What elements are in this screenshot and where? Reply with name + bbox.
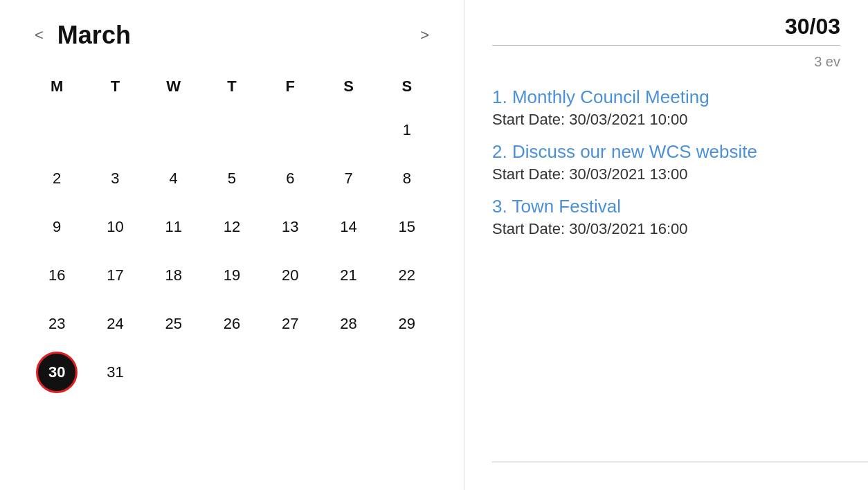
month-title: March	[57, 21, 131, 50]
top-divider	[492, 45, 840, 46]
day-cell[interactable]: 27	[271, 303, 309, 345]
day-cell[interactable]: 24	[96, 303, 134, 345]
day-cell[interactable]: 4	[154, 158, 192, 199]
day-header-label: T	[86, 71, 144, 102]
day-cell[interactable]: 22	[388, 255, 426, 296]
calendar-panel: < March > MTWTFSS 1234567891011121314151…	[0, 0, 464, 490]
events-list: 1. Monthly Council MeetingStart Date: 30…	[492, 87, 840, 238]
event-start-date: Start Date: 30/03/2021 13:00	[492, 165, 840, 183]
day-cell[interactable]: 31	[96, 352, 134, 393]
day-cell[interactable]: 7	[329, 158, 368, 199]
day-cell[interactable]: 20	[271, 255, 309, 296]
day-cell[interactable]: 26	[213, 303, 251, 345]
day-header-label: W	[145, 71, 203, 102]
day-cell[interactable]: 16	[38, 255, 76, 296]
day-cell[interactable]: 18	[154, 255, 192, 296]
day-header-label: S	[378, 71, 436, 102]
next-month-button[interactable]: >	[413, 24, 436, 47]
event-start-date: Start Date: 30/03/2021 16:00	[492, 220, 840, 238]
event-title[interactable]: 2. Discuss our new WCS website	[492, 141, 840, 163]
event-item: 2. Discuss our new WCS websiteStart Date…	[492, 141, 840, 183]
day-cell[interactable]: 23	[38, 303, 76, 345]
day-cell[interactable]: 28	[329, 303, 368, 345]
day-cell[interactable]: 14	[329, 206, 368, 248]
day-headers: MTWTFSS	[28, 71, 436, 102]
events-panel: 30/03 3 ev 1. Monthly Council MeetingSta…	[464, 0, 868, 490]
day-header-label: S	[319, 71, 377, 102]
day-cell[interactable]: 29	[388, 303, 426, 345]
day-cell	[271, 109, 309, 151]
event-item: 1. Monthly Council MeetingStart Date: 30…	[492, 87, 840, 129]
day-cell[interactable]: 3	[96, 158, 134, 199]
calendar-grid: MTWTFSS 12345678910111213141516171819202…	[28, 71, 436, 393]
day-cell	[154, 109, 192, 151]
day-cell	[96, 109, 134, 151]
day-cell[interactable]: 30	[36, 352, 78, 393]
events-count: 3 ev	[492, 54, 840, 70]
day-cell[interactable]: 19	[213, 255, 251, 296]
day-cell[interactable]: 11	[154, 206, 192, 248]
day-cell[interactable]: 17	[96, 255, 134, 296]
day-cell	[329, 109, 368, 151]
selected-date: 30/03	[492, 14, 840, 39]
day-cell[interactable]: 2	[38, 158, 76, 199]
day-cell[interactable]: 25	[154, 303, 192, 345]
day-cell[interactable]: 1	[388, 109, 426, 151]
day-cell[interactable]: 5	[213, 158, 251, 199]
event-start-date: Start Date: 30/03/2021 10:00	[492, 111, 840, 129]
event-item: 3. Town FestivalStart Date: 30/03/2021 1…	[492, 196, 840, 238]
event-title[interactable]: 1. Monthly Council Meeting	[492, 87, 840, 108]
bottom-divider	[492, 462, 868, 462]
day-cell	[213, 109, 251, 151]
day-cell[interactable]: 6	[271, 158, 309, 199]
day-cell[interactable]: 21	[329, 255, 368, 296]
day-cell[interactable]: 9	[38, 206, 76, 248]
day-cell[interactable]: 13	[271, 206, 309, 248]
day-header-label: M	[28, 71, 86, 102]
day-header-label: T	[203, 71, 261, 102]
calendar-header: < March >	[28, 21, 436, 50]
day-cell	[38, 109, 76, 151]
day-cell[interactable]: 8	[388, 158, 426, 199]
days-grid: 1234567891011121314151617181920212223242…	[28, 109, 436, 393]
day-cell[interactable]: 15	[388, 206, 426, 248]
day-header-label: F	[261, 71, 319, 102]
event-title[interactable]: 3. Town Festival	[492, 196, 840, 217]
prev-month-button[interactable]: <	[28, 24, 51, 47]
day-cell[interactable]: 10	[96, 206, 134, 248]
day-cell[interactable]: 12	[213, 206, 251, 248]
